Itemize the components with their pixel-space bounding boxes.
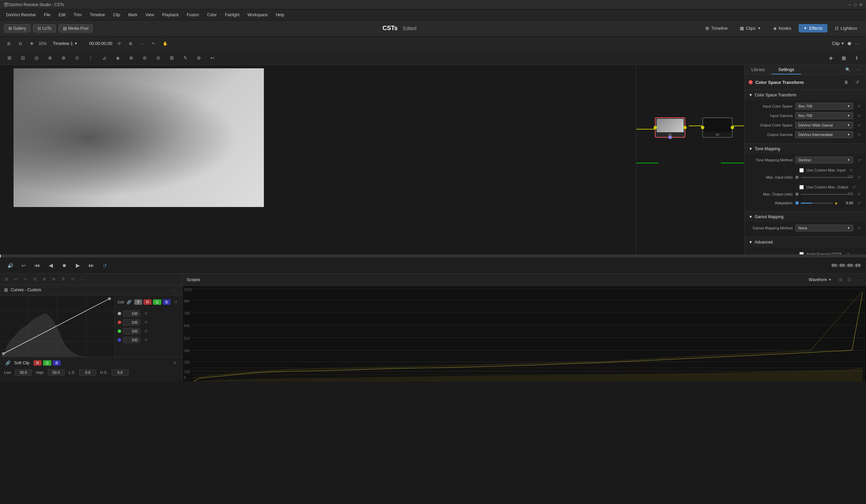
y-reset[interactable]: ↺ [142,310,149,317]
cst-section-header[interactable]: ▼ Color Space Transform [745,90,866,100]
g-reset[interactable]: ↺ [142,327,149,335]
adaptation-slider[interactable] [801,203,833,204]
grade-btn-13[interactable]: ⊞ [166,53,177,63]
menu-color[interactable]: Color [204,11,220,19]
grade-btn-6[interactable]: ⊙ [72,53,82,63]
output-color-space-dropdown[interactable]: DaVinci Wide Gamut ▼ [795,122,853,128]
g-channel-btn[interactable]: G [153,299,162,305]
curves-icon-4[interactable]: ⊟ [31,275,38,283]
grade-btn-11[interactable]: ⊜ [140,53,150,63]
loop-btn[interactable]: ↺ [114,39,124,48]
grade-btn-16[interactable]: ↩ [207,53,218,63]
curves-more-btn[interactable]: ··· [78,275,86,283]
clip-more-btn[interactable]: ··· [853,39,862,48]
grade-btn-3[interactable]: ◎ [31,53,42,63]
custom-max-input-checkbox[interactable] [799,168,804,172]
grade-btn-4[interactable]: ⊕ [45,53,55,63]
step-back-btn[interactable]: ◀ [46,261,55,270]
go-end-btn[interactable]: ⏭ [87,261,96,270]
y-channel-btn[interactable]: Y [134,299,142,305]
gamut-method-reset[interactable]: ↺ [856,225,862,231]
scopes-btn-3[interactable]: ··· [855,276,862,283]
input-color-space-dropdown[interactable]: Rec.709 ▼ [795,103,853,110]
curves-icon-6[interactable]: ⊗ [50,275,57,283]
settings-tab[interactable]: Settings [771,65,801,75]
max-input-slider[interactable]: 100 [801,177,853,178]
loop-playback-btn[interactable]: ↺ [100,261,110,270]
close-btn[interactable]: ✕ [859,2,863,7]
grade-btn-10[interactable]: ⊛ [126,53,137,63]
nav-timeline[interactable]: ⊞ Timeline [701,24,732,33]
input-color-space-reset[interactable]: ↺ [856,103,862,109]
menu-fusion[interactable]: Fusion [184,11,202,19]
output-color-space-reset[interactable]: ↺ [856,122,862,128]
output-gamma-reset[interactable]: ↺ [856,132,862,138]
scopes-btn-1[interactable]: ⊞ [837,276,844,283]
menu-timeline[interactable]: Timeline [86,11,108,19]
nav-effects[interactable]: ✦ Effects [799,24,828,33]
cst-delete-btn[interactable]: 🗑 [842,77,851,87]
scopes-btn-2[interactable]: ⊡ [846,276,853,283]
softclip-link-btn[interactable]: 🔗 [4,359,11,367]
grade-right-btn-2[interactable]: ▦ [838,53,849,63]
sc-r-btn[interactable]: R [33,360,42,366]
grade-btn-12[interactable]: ⊝ [153,53,164,63]
grade-btn-2[interactable]: ⊟ [18,53,29,63]
input-gamma-reset[interactable]: ↺ [856,113,862,119]
library-tab[interactable]: Library [745,65,771,75]
menu-file[interactable]: File [41,11,54,19]
curves-icon-1[interactable]: ⊞ [3,275,10,283]
gamut-method-dropdown[interactable]: None ▼ [795,225,853,231]
grade-right-btn-1[interactable]: ◈ [825,53,836,63]
advanced-header[interactable]: ▼ Advanced [745,237,866,247]
nav-nodes[interactable]: ◈ Nodes [768,24,796,33]
curves-icon-7[interactable]: ⇅ [59,275,67,283]
r-channel-btn[interactable]: R [143,299,152,305]
cst-reset-btn[interactable]: ↺ [853,77,862,87]
menu-playback[interactable]: Playback [159,11,182,19]
b-reset[interactable]: ↺ [142,336,149,344]
panel-more-btn[interactable]: ··· [854,65,863,75]
progress-bar[interactable] [0,255,866,257]
grade-btn-9[interactable]: ◈ [112,53,123,63]
minimize-btn[interactable]: ─ [848,2,852,7]
undo-btn[interactable]: ↩ [19,261,29,270]
input-gamma-dropdown[interactable]: Rec.709 ▼ [795,112,853,119]
menu-fairlight[interactable]: Fairlight [222,11,243,19]
menu-mark[interactable]: Mark [125,11,141,19]
panel-search-btn[interactable]: 🔍 [843,65,853,75]
custom-max-output-checkbox[interactable] [799,185,804,189]
tone-method-reset[interactable]: ↺ [856,157,862,163]
node-1[interactable]: 01 [655,117,685,138]
go-start-btn[interactable]: ⏮ [32,261,42,270]
sc-g-btn[interactable]: G [43,360,52,366]
grade-btn-5[interactable]: ⊗ [58,53,69,63]
tone-mapping-header[interactable]: ▼ Tone Mapping [745,144,866,154]
node-2[interactable]: 02 [702,117,733,138]
hand-tool[interactable]: ✋ [160,39,170,48]
r-reset[interactable]: ↺ [142,318,149,326]
layout-btn-2[interactable]: ⊟ [15,39,25,48]
more-btn-1[interactable]: ··· [137,39,147,48]
softclip-reset-btn[interactable]: ↺ [171,359,178,367]
tone-method-dropdown[interactable]: DaVinci ▼ [795,157,853,164]
menu-help[interactable]: Help [272,11,288,19]
fit-btn[interactable]: ⊞ [126,39,135,48]
curves-reset-btn[interactable]: ↺ [172,298,179,306]
grade-btn-14[interactable]: ✎ [180,53,191,63]
layout-btn-1[interactable]: ⊞ [4,39,13,48]
curves-icon-8[interactable]: ↺ [69,275,76,283]
maximize-btn[interactable]: □ [854,2,856,7]
media-pool-btn[interactable]: ▤ Media Pool [58,24,93,33]
timeline-name[interactable]: Timeline 1 ▼ [53,41,77,46]
play-btn[interactable]: ▶ [73,261,82,270]
luts-btn[interactable]: ⊟ LUTs [33,24,56,33]
grade-btn-15[interactable]: ⊚ [193,53,204,63]
layout-btn-3[interactable]: ✥ [27,39,36,48]
grade-btn-7[interactable]: ⋮ [85,53,96,63]
curves-icon-5[interactable]: ⊕ [41,275,48,283]
menu-view[interactable]: View [142,11,158,19]
menu-trim[interactable]: Trim [70,11,85,19]
max-output-reset[interactable]: ↺ [856,191,862,197]
custom-max-output-reset[interactable]: ↺ [851,184,857,190]
